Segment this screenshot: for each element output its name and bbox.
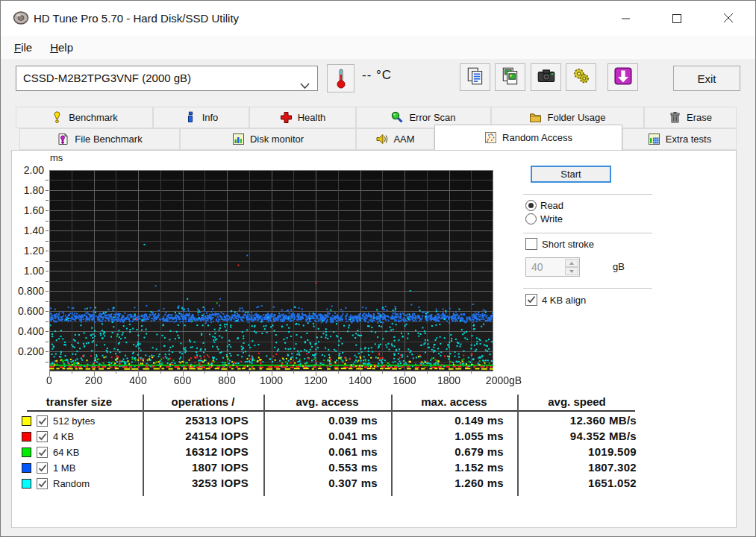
series-color-swatch [22,448,31,457]
tab-random-access[interactable]: Random Access [434,125,622,150]
tab-label: Error Scan [409,112,455,123]
chevron-down-icon [300,74,310,98]
copy-image-icon [500,66,521,90]
table-row-random: Random3253 IOPS0.307 ms1.260 ms1651.052 [16,477,637,492]
tab-extra-tests[interactable]: Extra tests [622,128,737,150]
y-axis-tick [46,342,49,342]
y-axis-tick-label: 0.800 [2,285,44,297]
copy-image-button[interactable] [495,63,525,91]
align-row[interactable]: 4 KB align [525,294,586,306]
series-checkbox[interactable] [37,415,48,427]
table-row-512-bytes: 512 bytes25313 IOPS0.039 ms0.149 ms12.36… [16,414,637,429]
series-checkbox[interactable] [37,447,48,458]
series-checkbox[interactable] [37,478,48,489]
start-button[interactable]: Start [531,166,611,183]
aam-icon [375,133,388,145]
y-axis-tick [46,180,49,180]
benchmark-icon [51,111,63,124]
avg-speed-value: 1019.509 [472,445,637,458]
spinner-down-button[interactable] [565,267,578,275]
read-radio[interactable] [525,200,537,211]
check-icon [38,464,47,473]
minimize-icon [622,14,631,23]
y-axis-tick [46,301,49,302]
table-header-avg-access: avg. access [263,395,391,408]
screenshot-button[interactable] [531,63,561,91]
y-axis-tick [46,351,49,352]
random-access-chart [49,170,493,377]
maximize-button[interactable] [660,1,694,36]
spinner-buttons [565,259,578,275]
tab-disk-monitor[interactable]: Disk monitor [180,128,356,150]
y-axis-tick [46,200,49,201]
write-radio-row[interactable]: Write [525,213,563,225]
close-button[interactable] [711,1,746,36]
temperature-button[interactable] [327,64,354,92]
spinner-up-button[interactable] [565,259,578,267]
tab-label: Info [202,112,219,123]
table-row-64-kb: 64 KB16312 IOPS0.061 ms0.679 ms1019.509 [16,445,637,460]
avg-speed-value: 1651.052 [472,477,637,489]
stroke-size-unit: gB [613,261,625,272]
tab-label: Health [298,112,326,123]
read-radio-label: Read [540,200,563,211]
divider [523,288,652,289]
stroke-size-value: 40 [531,261,543,273]
tab-label: Erase [687,112,712,123]
erase-icon [669,111,681,124]
menu-help[interactable]: Help [41,38,82,57]
write-radio-label: Write [540,213,563,224]
tab-label: AAM [393,134,414,145]
app-logo-icon [13,10,29,26]
write-radio[interactable] [525,213,537,224]
table-header-rule [27,410,635,412]
check-icon [38,417,47,426]
table-row-4-kb: 4 KB24154 IOPS0.041 ms1.055 ms94.352 MB/… [16,430,637,445]
tab-health[interactable]: Health [249,107,356,128]
tab-file-benchmark[interactable]: File Benchmark [19,128,180,150]
y-axis-tick [46,261,49,262]
read-radio-row[interactable]: Read [525,199,563,212]
short-stroke-checkbox[interactable] [525,238,537,250]
series-color-swatch [22,479,31,489]
series-checkbox[interactable] [37,462,48,474]
tab-label: Benchmark [69,112,118,123]
short-stroke-label: Short stroke [542,239,594,250]
short-stroke-row[interactable]: Short stroke [525,238,594,250]
options-button[interactable] [566,63,596,91]
y-axis-tick-label: 2.00 [2,164,44,176]
series-checkbox[interactable] [37,431,48,442]
close-icon [724,13,734,23]
arrow-down-icon [569,270,574,273]
copy-report-button[interactable] [460,63,490,91]
toolbar: CSSD-M2B2TPG3VNF (2000 gB) -- °C Exit [1,59,755,100]
health-icon [280,111,293,124]
exit-button[interactable]: Exit [673,66,740,91]
y-axis-tick [46,362,49,362]
y-axis-tick [46,271,49,271]
tab-benchmark[interactable]: Benchmark [16,107,153,128]
drive-select[interactable]: CSSD-M2B2TPG3VNF (2000 gB) [16,66,318,91]
y-axis-tick-label: 1.80 [2,184,44,196]
minimize-button[interactable] [609,1,643,36]
y-axis-tick-label: 1.60 [2,204,44,216]
y-axis-tick [46,331,49,332]
disk-monitor-icon [232,133,245,145]
menu-bar: FileHelp [1,36,755,59]
y-axis-tick-label: 1.00 [2,265,44,277]
align-checkbox[interactable] [525,294,537,306]
table-header-max-access: max. access [391,395,517,408]
save-button[interactable] [607,63,638,91]
tab-info[interactable]: Info [153,107,249,128]
file-benchmark-icon [57,133,69,145]
series-color-swatch [22,416,31,426]
check-icon [38,480,47,489]
transfer-size-label: 4 KB [53,431,74,442]
tab-erase[interactable]: Erase [644,107,737,128]
stroke-size-spinner[interactable]: 40 [525,257,580,277]
menu-file[interactable]: File [5,38,41,57]
series-color-swatch [22,432,31,442]
tab-aam[interactable]: AAM [356,128,434,150]
y-axis-tick-label: 0.400 [2,325,44,337]
table-header-avg-speed: avg. speed [517,395,637,408]
